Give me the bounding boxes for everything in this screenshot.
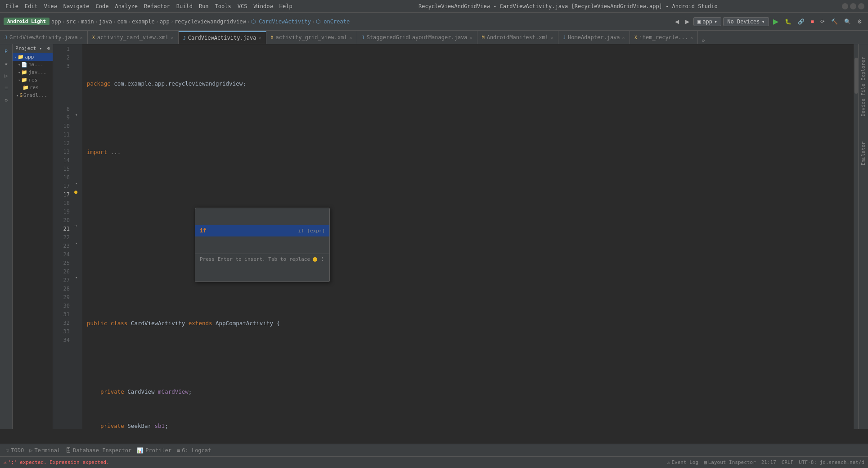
app-menu-build[interactable]: Build <box>175 3 194 9</box>
tree-item-gradle[interactable]: ▾ G Gradl... <box>13 91 53 99</box>
scrollbar-area[interactable] <box>854 44 858 429</box>
back-button[interactable]: ◀ <box>673 17 681 26</box>
tab-homeadapter[interactable]: J HomeAdapter.java ✕ <box>558 31 630 44</box>
sync-button[interactable]: ⟳ <box>818 17 827 26</box>
breadcrumb-app[interactable]: app <box>51 18 61 25</box>
app-menu-code[interactable]: Code <box>94 3 111 9</box>
tab-cardviewactivity-close[interactable]: ✕ <box>259 36 261 41</box>
app-menu-view[interactable]: View <box>42 3 59 9</box>
terminal-tab[interactable]: ▷ Terminal <box>27 446 63 454</box>
profiler-tab[interactable]: 📊 Profiler <box>135 446 174 454</box>
tab-item-recycle[interactable]: X item_recycle... ✕ <box>630 31 698 44</box>
project-icon[interactable]: P <box>1 46 12 57</box>
debug-marker-17[interactable]: ● <box>74 189 77 195</box>
bottom-bar: ☑ TODO ▷ Terminal 🗄 Database Inspector 📊… <box>0 444 868 456</box>
build-button[interactable]: 🔨 <box>829 17 840 26</box>
theme-badge[interactable]: Android Light <box>4 18 49 25</box>
breadcrumb-main[interactable]: main <box>81 18 94 25</box>
close-button[interactable]: ✕ <box>858 3 864 9</box>
maximize-button[interactable]: □ <box>850 3 856 9</box>
app-menu-file[interactable]: File <box>4 3 20 9</box>
code-line-8 <box>87 285 854 293</box>
logcat-tab[interactable]: ≡ 6: Logcat <box>175 446 213 454</box>
stop-button[interactable]: ■ <box>809 17 816 26</box>
error-icon: ⚠ <box>4 459 7 465</box>
line-separator[interactable]: CRLF <box>782 459 794 465</box>
autocomplete-popup[interactable]: if if (expr) Press Enter to insert, Tab … <box>195 208 330 282</box>
layout-inspector-link[interactable]: ▦ Layout Inspector <box>704 459 756 465</box>
tree-item-res2[interactable]: 📁 res <box>13 84 53 91</box>
collapse-arrow-17[interactable]: ▾ <box>75 181 77 186</box>
tree-item-app[interactable]: ▾ 📁 app <box>13 53 53 61</box>
tab-activity-grid-close[interactable]: ✕ <box>350 35 352 40</box>
app-menu-run[interactable]: Run <box>197 3 211 9</box>
tree-item-res[interactable]: ▾ 📁 res <box>13 76 53 84</box>
breadcrumb-src[interactable]: src <box>66 18 76 25</box>
collapse-arrow-29[interactable]: ▾ <box>75 275 77 280</box>
tab-activity-grid-view[interactable]: X activity_grid_view.xml ✕ <box>266 31 357 44</box>
structure-icon[interactable]: ≡ <box>1 82 12 93</box>
emulator-tab[interactable]: Emulator <box>859 138 868 169</box>
tab-homeadapter-close[interactable]: ✕ <box>622 35 625 40</box>
debug-button[interactable]: 🐛 <box>783 17 794 26</box>
tab-xml-icon2: X <box>271 35 274 40</box>
app-menu-window[interactable]: Window <box>252 3 274 9</box>
code-editor[interactable]: 1 2 3 8 9 10 11 12 13 14 15 16 17 17 18 … <box>53 44 858 429</box>
tab-manifest-close[interactable]: ✕ <box>551 35 553 40</box>
app-menu-analyze[interactable]: Analyze <box>113 3 139 9</box>
breadcrumb-recycleview[interactable]: recycleviewandgridview <box>175 18 246 25</box>
settings-button[interactable]: ⚙ <box>855 17 864 26</box>
tab-gridviewactivity[interactable]: J GridViewActivity.java ✕ <box>0 31 88 44</box>
code-area[interactable]: package com.example.app.recycleviewandgr… <box>82 44 854 429</box>
tree-item-java[interactable]: ▾ 📁 jav... <box>13 68 53 76</box>
collapse-arrow-24[interactable]: ▾ <box>75 241 77 245</box>
charset[interactable]: UTF-8: jd.sneach.net/d <box>799 459 864 465</box>
tab-androidmanifest[interactable]: M AndroidManifest.xml ✕ <box>477 31 558 44</box>
device-file-explorer-tab[interactable]: Device File Explorer <box>859 53 868 120</box>
error-indicator[interactable]: ⚠ ';' expected. Expression expected. <box>4 459 109 465</box>
app-menu-tools[interactable]: Tools <box>213 3 233 9</box>
app-menu-edit[interactable]: Edit <box>23 3 40 9</box>
breadcrumb-cardviewactivity[interactable]: ⬡ CardViewActivity <box>251 18 311 25</box>
run-icon[interactable]: ▷ <box>1 70 12 81</box>
tab-more-button[interactable]: » <box>698 37 709 44</box>
tab-cardviewactivity[interactable]: J CardViewActivity.java ✕ <box>179 31 266 44</box>
manifests-icon: 📄 <box>21 62 27 68</box>
no-devices-selector[interactable]: No Devices ▾ <box>723 17 769 26</box>
ac-if-keyword: if <box>200 227 206 235</box>
project-panel-gear[interactable]: ⚙ <box>47 45 50 51</box>
scroll-thumb[interactable] <box>855 58 858 94</box>
android-icon[interactable]: ⚙ <box>1 95 12 105</box>
tab-gridviewactivity-close[interactable]: ✕ <box>80 35 83 40</box>
breadcrumb-com[interactable]: com <box>117 18 127 25</box>
todo-tab[interactable]: ☑ TODO <box>4 446 26 454</box>
tab-staggered[interactable]: J StaggeredGridLayoutManager.java ✕ <box>357 31 477 44</box>
breadcrumb-oncreate[interactable]: ⬡ onCreate <box>316 18 350 25</box>
tab-activity-card-close[interactable]: ✕ <box>171 35 174 40</box>
device-selector[interactable]: ▣ app ▾ <box>693 17 721 26</box>
breadcrumb-app2[interactable]: app <box>160 18 170 25</box>
tree-item-manifests[interactable]: ▾ 📄 ma... <box>13 61 53 68</box>
collapse-arrow-9[interactable]: ▾ <box>75 113 77 117</box>
line-numbers: 1 2 3 8 9 10 11 12 13 14 15 16 17 17 18 … <box>53 44 73 429</box>
tab-staggered-close[interactable]: ✕ <box>470 35 472 40</box>
autocomplete-item-if[interactable]: if if (expr) <box>195 225 329 236</box>
autocomplete-more-icon[interactable]: ⋮ <box>320 255 325 264</box>
app-menu-vcs[interactable]: VCS <box>236 3 249 9</box>
breadcrumb-java[interactable]: java <box>99 18 112 25</box>
event-log-link[interactable]: ⚠ Event Log <box>667 459 698 465</box>
run-button[interactable]: ▶ <box>771 16 781 27</box>
forward-button[interactable]: ▶ <box>683 17 692 26</box>
app-menu-navigate[interactable]: Navigate <box>62 3 91 9</box>
autocomplete-footer-text: Press Enter to insert, Tab to replace <box>200 255 310 264</box>
favorites-icon[interactable]: ★ <box>1 58 12 69</box>
app-menu-help[interactable]: Help <box>278 3 294 9</box>
tab-activity-card-view[interactable]: X activity_card_view.xml ✕ <box>88 31 179 44</box>
database-inspector-tab[interactable]: 🗄 Database Inspector <box>63 446 134 454</box>
attach-button[interactable]: 🔗 <box>796 17 807 26</box>
app-menu-refactor[interactable]: Refactor <box>142 3 172 9</box>
tab-item-recycle-close[interactable]: ✕ <box>690 35 693 40</box>
minimize-button[interactable]: − <box>842 3 848 9</box>
breadcrumb-example[interactable]: example <box>132 18 155 25</box>
search-everywhere-button[interactable]: 🔍 <box>842 17 853 26</box>
